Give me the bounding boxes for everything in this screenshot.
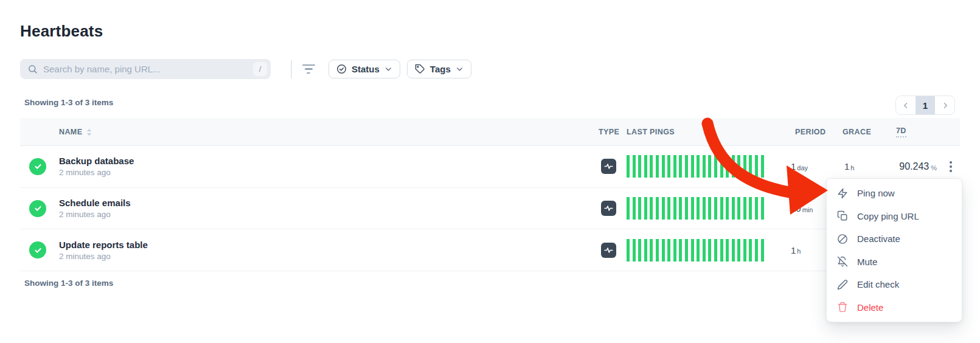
ping-bar (650, 155, 653, 178)
ping-bar (732, 239, 735, 262)
search-input[interactable] (43, 64, 253, 74)
ping-bar (656, 155, 659, 178)
menu-item-copy-ping-url[interactable]: Copy ping URL (827, 205, 962, 228)
ping-bar (720, 155, 723, 178)
trash-icon (837, 302, 848, 313)
menu-item-deactivate[interactable]: Deactivate (827, 227, 962, 251)
ping-bar (667, 239, 670, 262)
ping-bar (679, 197, 682, 220)
menu-item-mute[interactable]: Mute (827, 251, 962, 274)
ping-bar (755, 155, 758, 178)
table-row[interactable]: Update reports table 2 minutes ago 1 h (20, 229, 960, 271)
ping-bar (662, 239, 665, 262)
check-type-cell (601, 146, 616, 187)
ping-bar (673, 239, 676, 262)
zap-icon (837, 188, 848, 199)
table-header: NAME TYPE LAST PINGS PERIOD GRACE 7D (20, 118, 960, 146)
ping-bar (726, 197, 729, 220)
ping-bar (627, 197, 630, 220)
menu-item-delete[interactable]: Delete (827, 296, 962, 319)
ping-bar (667, 155, 670, 178)
row-actions-menu: Ping now Copy ping URL Deactivate Mute E… (826, 178, 962, 322)
results-summary-bottom: Showing 1-3 of 3 items (24, 279, 113, 288)
ping-bar (708, 197, 711, 220)
ping-bar (720, 239, 723, 262)
results-summary-top: Showing 1-3 of 3 items (24, 98, 113, 107)
table-row[interactable]: Schedule emails 2 minutes ago 10 min (20, 188, 960, 230)
ping-bar (749, 239, 752, 262)
pagination-next-button[interactable] (935, 96, 954, 114)
copy-icon (837, 210, 848, 221)
heartbeats-table: NAME TYPE LAST PINGS PERIOD GRACE 7D Bac… (20, 118, 960, 271)
ping-bar (685, 197, 688, 220)
ping-bar (714, 155, 717, 178)
status-passing-icon (29, 200, 46, 217)
last-pings-chart[interactable] (627, 229, 766, 271)
ping-bar (633, 155, 636, 178)
ping-bar (685, 155, 688, 178)
column-header-last-pings: LAST PINGS (627, 118, 675, 146)
status-check-circle-icon (336, 64, 347, 74)
pagination-prev-button[interactable] (896, 96, 916, 114)
ping-bar (703, 197, 706, 220)
bell-off-icon (837, 256, 848, 267)
ping-bar (732, 155, 735, 178)
search-box[interactable]: / (20, 59, 271, 79)
toolbar-divider (291, 60, 292, 78)
status-passing-icon (29, 241, 46, 258)
heartbeat-type-icon (601, 201, 616, 216)
last-pings-chart[interactable] (627, 188, 766, 229)
pencil-icon (837, 279, 848, 290)
table-row[interactable]: Backup database 2 minutes ago 1 day 1 h … (20, 146, 960, 188)
column-header-grace: GRACE (843, 118, 871, 146)
ping-bar (708, 239, 711, 262)
chevron-down-icon (384, 65, 392, 73)
ping-bar (755, 239, 758, 262)
ping-bar (633, 239, 636, 262)
ping-bar (691, 239, 694, 262)
ping-bar (743, 239, 746, 262)
ping-bar (650, 239, 653, 262)
tags-filter-button[interactable]: Tags (407, 60, 471, 78)
pagination-current-page[interactable]: 1 (916, 96, 935, 114)
filter-icon[interactable] (301, 61, 316, 77)
ping-bar (697, 155, 700, 178)
ping-bar (743, 155, 746, 178)
ping-bar (638, 197, 641, 220)
check-name[interactable]: Update reports table (59, 240, 148, 250)
chevron-down-icon (456, 65, 464, 73)
check-name-cell: Update reports table 2 minutes ago (59, 229, 148, 271)
column-header-name[interactable]: NAME (59, 118, 92, 146)
ping-bar (627, 155, 630, 178)
check-last-ping-time: 2 minutes ago (59, 252, 111, 261)
menu-item-edit-check[interactable]: Edit check (827, 273, 962, 296)
ping-bar (627, 239, 630, 262)
ping-bar (650, 197, 653, 220)
ping-bar (732, 197, 735, 220)
period-cell: 1 day (791, 146, 808, 187)
ping-bar (679, 155, 682, 178)
tags-filter-label: Tags (430, 64, 451, 74)
chevron-right-icon (941, 102, 949, 109)
status-passing-icon (29, 158, 46, 175)
ping-bar (737, 197, 740, 220)
status-filter-button[interactable]: Status (328, 60, 400, 78)
check-name[interactable]: Backup database (59, 156, 134, 166)
menu-item-ping-now[interactable]: Ping now (827, 182, 962, 205)
ping-bar (685, 239, 688, 262)
last-pings-chart[interactable] (627, 146, 766, 187)
check-name[interactable]: Schedule emails (59, 198, 131, 208)
check-type-cell (601, 188, 616, 229)
ping-bar (743, 197, 746, 220)
chevron-left-icon (902, 102, 910, 109)
ping-bar (697, 239, 700, 262)
check-last-ping-time: 2 minutes ago (59, 210, 111, 219)
ping-bar (691, 155, 694, 178)
ping-bar (714, 239, 717, 262)
period-cell: 10 min (791, 188, 813, 229)
page-title: Heartbeats (20, 22, 103, 41)
tag-icon (415, 64, 425, 74)
ping-bar (667, 197, 670, 220)
column-header-7d[interactable]: 7D (896, 118, 906, 146)
search-icon (27, 64, 38, 74)
